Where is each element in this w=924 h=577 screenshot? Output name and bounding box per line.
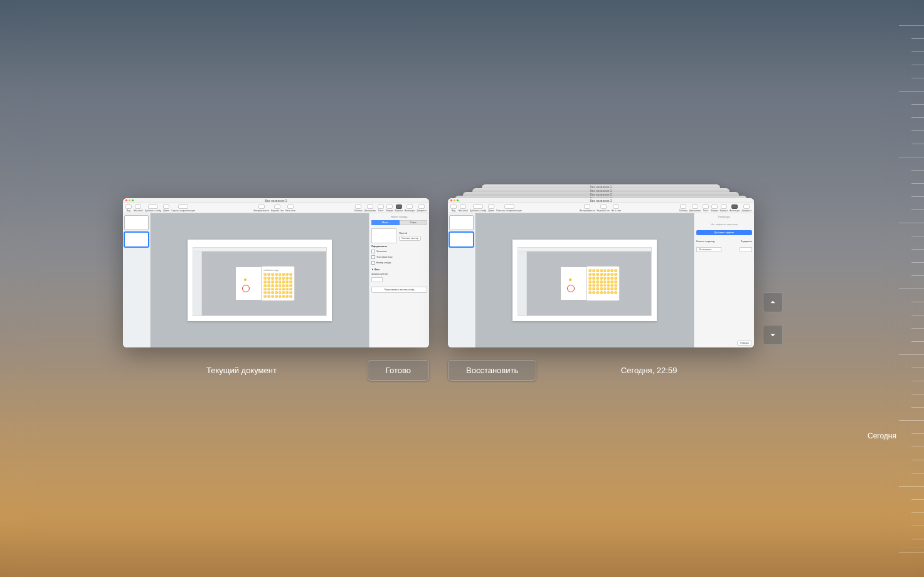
background-section: ▼ Фон (371, 268, 427, 271)
current-document-preview[interactable]: Без названия 2 Вид Масштаб Добавить слай… (123, 198, 429, 347)
emoji-grid (588, 269, 617, 294)
toolbar-zoom: Масштаб (134, 204, 143, 212)
change-master-button: Сменить мастер (399, 236, 421, 241)
version-timeline[interactable]: Сегодня (855, 25, 924, 552)
timeline-tick[interactable] (899, 486, 924, 487)
timeline-tick[interactable] (911, 328, 924, 329)
timeline-tick[interactable] (911, 302, 924, 302)
version-document-preview[interactable]: Без названия 2 Вид Масштаб Добавить слай… (448, 198, 754, 347)
current-document-label: Текущий документ (123, 366, 360, 375)
inspector-header: Макет слайда (371, 215, 427, 218)
timeline-tick[interactable] (911, 539, 924, 539)
version-next-button[interactable] (763, 325, 783, 345)
slide-thumb-2-selected (449, 232, 474, 247)
emoji-picker-popup (586, 266, 620, 301)
slide-canvas: смайлики и люди (151, 213, 369, 347)
timeline-tick[interactable] (911, 499, 924, 500)
timeline-tick[interactable] (911, 183, 924, 184)
toolbar-view: Вид (450, 204, 457, 212)
timeline-tick[interactable] (911, 433, 924, 434)
timeline-tick[interactable] (911, 407, 924, 408)
timeline-tick[interactable] (899, 420, 924, 421)
timeline-tick[interactable] (899, 157, 924, 157)
toolbar-format: Формат (395, 204, 403, 212)
start-transition-label: Начать переход (696, 240, 714, 243)
timeline-tick[interactable] (911, 512, 924, 513)
toolbar-show-guides: Показать направляющие (496, 204, 522, 212)
timeline-tick[interactable] (911, 78, 924, 78)
timeline-tick[interactable] (911, 381, 924, 381)
timeline-tick[interactable] (899, 354, 924, 355)
build-order-button: Порядок (737, 341, 752, 346)
timeline-tick[interactable] (911, 170, 924, 171)
toolbar-text: Текст (703, 204, 709, 212)
add-effect-button: Добавить эффект (696, 230, 752, 235)
fill-label: Заливка цветом (371, 273, 427, 275)
timeline-tick[interactable] (899, 25, 924, 26)
timeline-tick[interactable] (911, 236, 924, 236)
timeline-tick[interactable] (911, 117, 924, 118)
timeline-tick[interactable] (911, 209, 924, 210)
checkbox-body: Текстовый блок (371, 255, 427, 259)
inspector-sidebar-animate: Переходы Нет эффекта перехода Добавить э… (694, 213, 754, 347)
timeline-tick[interactable] (911, 196, 924, 197)
version-previous-button[interactable] (763, 292, 783, 312)
timeline-tick[interactable] (911, 275, 924, 276)
timeline-tick[interactable] (911, 65, 924, 65)
timeline-current-marker (901, 547, 924, 548)
toolbar-table: Таблица (354, 204, 363, 212)
emoji-small-icon (244, 278, 247, 281)
timeline-tick[interactable] (911, 51, 924, 52)
toolbar-shape: Фигура (711, 204, 718, 212)
timeline-tick[interactable] (911, 249, 924, 250)
delay-label: Задержка (741, 240, 752, 243)
timeline-tick[interactable] (911, 144, 924, 144)
window-titlebar: Без названия 2 (448, 198, 754, 203)
toolbar-table: Таблица (679, 204, 688, 212)
toolbar: Вид Масштаб Добавить слайд Цвета Показат… (448, 203, 754, 213)
timeline-tick[interactable] (911, 38, 924, 39)
timeline-tick[interactable] (911, 315, 924, 315)
toolbar-play-at: Не в сети (285, 204, 295, 212)
toolbar-document: Документ (417, 204, 427, 212)
timeline-tick[interactable] (911, 130, 924, 131)
traffic-lights (125, 199, 134, 201)
timeline-tick[interactable] (899, 91, 924, 92)
timeline-tick[interactable] (911, 341, 924, 342)
checkbox-slide-number: Номер слайда (371, 261, 427, 265)
toolbar-text: Текст (378, 204, 384, 212)
timeline-tick[interactable] (911, 368, 924, 368)
timeline-today-label: Сегодня (868, 431, 896, 440)
inspector-sidebar-format: Макет слайда Макет Стиль Пустой Сменить … (369, 213, 429, 347)
timeline-tick[interactable] (899, 552, 924, 553)
toolbar-colors: Цвета (163, 204, 169, 212)
toolbar-zoom: Масштаб (459, 204, 468, 212)
timeline-tick[interactable] (911, 447, 924, 447)
toolbar-chart: Диаграмма (364, 204, 376, 212)
timeline-tick[interactable] (911, 473, 924, 474)
timeline-tick[interactable] (911, 460, 924, 460)
inspector-tab-layout: Макет (371, 220, 400, 225)
done-button[interactable]: Готово (368, 360, 429, 381)
red-circle-shape (567, 285, 575, 292)
timeline-tick[interactable] (911, 526, 924, 526)
toolbar-format: Формат (720, 204, 728, 212)
timeline-tick[interactable] (899, 223, 924, 223)
slide-thumbnails (123, 213, 151, 347)
slide-thumb-1 (449, 215, 474, 230)
fill-color-well (371, 277, 383, 282)
restore-button[interactable]: Восстановить (448, 360, 536, 381)
slide-thumb-1 (124, 215, 149, 230)
timeline-tick[interactable] (911, 104, 924, 105)
timeline-tick[interactable] (911, 394, 924, 394)
start-transition-value: По нажатию (696, 247, 721, 252)
master-preview-icon (371, 228, 396, 243)
chevron-up-icon (768, 298, 777, 307)
timeline-tick[interactable] (911, 262, 924, 263)
timeline-tick[interactable] (899, 288, 924, 289)
toolbar-add-slide: Добавить слайд (145, 204, 161, 212)
toolbar-keynote-live: Keynote Live (597, 204, 609, 212)
traffic-lights (450, 199, 459, 201)
inspector-tab-style: Стиль (400, 220, 428, 225)
window-title: Без названия 2 (265, 199, 287, 203)
